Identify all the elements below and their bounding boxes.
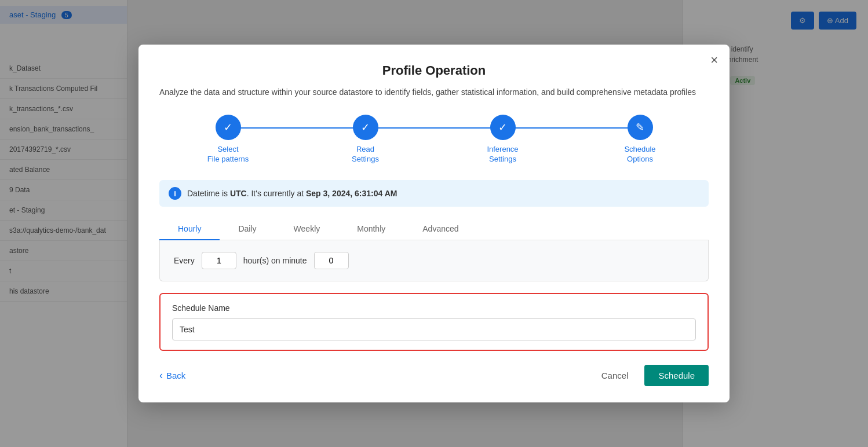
every-label: Every (174, 256, 195, 265)
stepper: ✓ SelectFile patterns ✓ ReadSettings ✓ I… (159, 115, 709, 164)
profile-operation-modal: × Profile Operation Analyze the data and… (138, 45, 730, 403)
modal-title: Profile Operation (159, 63, 709, 78)
check-icon-3: ✓ (498, 121, 507, 134)
step-4-circle: ✎ (628, 115, 653, 140)
check-icon-2: ✓ (361, 121, 370, 134)
info-banner: i Datetime is UTC. It's currently at Sep… (159, 180, 709, 207)
back-arrow-icon: ‹ (159, 369, 163, 382)
schedule-name-input[interactable] (172, 318, 696, 340)
modal-footer: ‹ Back Cancel Schedule (159, 365, 709, 386)
tab-hourly[interactable]: Hourly (159, 218, 220, 240)
tab-weekly[interactable]: Weekly (275, 218, 339, 240)
step-1-label: SelectFile patterns (207, 145, 249, 164)
modal-description: Analyze the data and structure within yo… (159, 86, 709, 98)
minute-input[interactable] (314, 252, 349, 269)
schedule-name-section: Schedule Name (159, 293, 709, 351)
schedule-name-label: Schedule Name (172, 303, 696, 313)
schedule-content: Every hour(s) on minute (159, 240, 709, 281)
back-button[interactable]: ‹ Back (159, 369, 185, 382)
info-banner-text: Datetime is UTC. It's currently at Sep 3… (187, 189, 397, 198)
modal-overlay: × Profile Operation Analyze the data and… (0, 0, 868, 447)
step-1: ✓ SelectFile patterns (159, 115, 297, 164)
tab-monthly[interactable]: Monthly (338, 218, 404, 240)
step-3-label: InferenceSettings (487, 145, 518, 164)
cancel-button[interactable]: Cancel (592, 366, 638, 385)
step-4-label: ScheduleOptions (624, 145, 655, 164)
step-4: ✎ ScheduleOptions (571, 115, 709, 164)
tab-advanced[interactable]: Advanced (404, 218, 477, 240)
hour-input[interactable] (202, 252, 236, 269)
close-button[interactable]: × (710, 54, 718, 67)
footer-right: Cancel Schedule (592, 365, 709, 386)
step-3: ✓ InferenceSettings (434, 115, 571, 164)
schedule-row: Every hour(s) on minute (174, 252, 694, 269)
step-2-label: ReadSettings (352, 145, 379, 164)
check-icon-1: ✓ (224, 121, 232, 134)
step-2: ✓ ReadSettings (297, 115, 434, 164)
step-1-circle: ✓ (216, 115, 241, 140)
step-3-circle: ✓ (490, 115, 516, 140)
on-minute-label: hour(s) on minute (243, 256, 307, 265)
info-icon: i (169, 187, 181, 200)
schedule-tabs: Hourly Daily Weekly Monthly Advanced (159, 218, 709, 240)
edit-icon-4: ✎ (636, 121, 644, 134)
close-icon: × (710, 53, 718, 67)
tab-daily[interactable]: Daily (220, 218, 275, 240)
step-2-circle: ✓ (353, 115, 378, 140)
back-label: Back (166, 371, 185, 380)
schedule-button[interactable]: Schedule (644, 365, 709, 386)
